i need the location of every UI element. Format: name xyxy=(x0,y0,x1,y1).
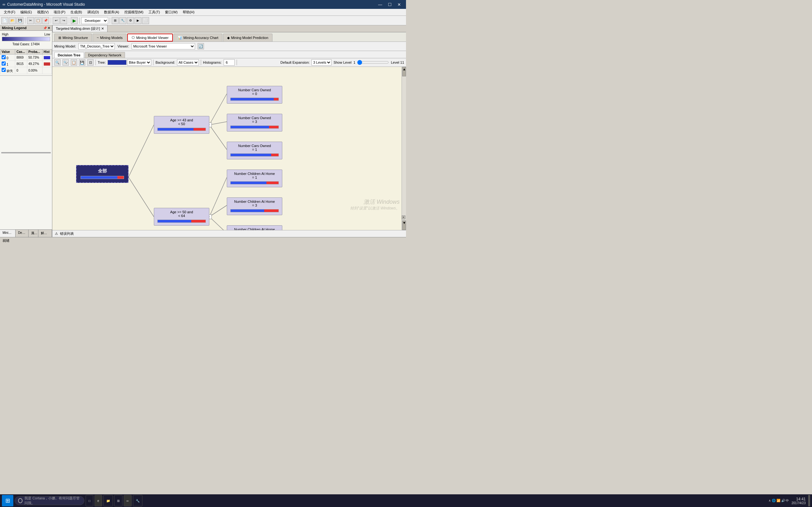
show-level-slider[interactable] xyxy=(357,60,389,65)
menu-tools[interactable]: 工具(T) xyxy=(146,9,162,15)
paste-button[interactable]: 📌 xyxy=(42,17,49,24)
rn1-l1: Number Cars Owned xyxy=(230,116,279,120)
menu-build[interactable]: 生成(B) xyxy=(68,9,85,15)
menu-bar: 文件(F) 编辑(E) 视图(V) 项目(P) 生成(B) 调试(D) 数据库(… xyxy=(0,9,406,16)
copy-button[interactable]: 📋 xyxy=(35,17,42,24)
splitter[interactable] xyxy=(1,152,51,153)
zoom-in-button[interactable]: 🔍 xyxy=(54,59,61,66)
legend-bottom xyxy=(0,75,52,152)
toolbar-btn5[interactable]: ⬜ xyxy=(142,17,149,24)
rn0-l1: Number Cars Owned xyxy=(230,88,279,92)
mining-model-select[interactable]: TM_Decision_Tree xyxy=(78,43,115,49)
menu-debug[interactable]: 调试(D) xyxy=(85,9,101,15)
tab-mining-models[interactable]: ~ Mining Models xyxy=(93,34,126,42)
menu-view[interactable]: 视图(V) xyxy=(35,9,51,15)
menu-database[interactable]: 数据库(A) xyxy=(101,9,122,15)
background-select[interactable]: All Cases xyxy=(177,59,199,66)
menu-mining[interactable]: 挖掘模型(M) xyxy=(122,9,146,15)
rowM-checkbox[interactable] xyxy=(2,68,6,72)
mid2-bar xyxy=(157,220,206,223)
mining-accuracy-icon: 📊 xyxy=(177,36,182,40)
new-project-button[interactable]: 📄 xyxy=(1,17,8,24)
subtab-dependency-network[interactable]: Dependency Network xyxy=(85,52,125,58)
zoom-out-button[interactable]: 🔍- xyxy=(62,59,69,66)
cut-button[interactable]: ✂ xyxy=(27,17,34,24)
window-title: CustomerDataMining - Microsoft Visual St… xyxy=(7,2,85,7)
tab-deploy[interactable]: Deplo... xyxy=(15,230,29,237)
tree-select[interactable]: Bike Buyer xyxy=(127,59,151,66)
toolbar-btn4[interactable]: ▶ xyxy=(135,17,142,24)
copy-image-button[interactable]: 📋 xyxy=(71,59,77,66)
viewer-select[interactable]: Microsoft Tree Viewer xyxy=(132,43,195,49)
fit-view-button[interactable]: ⊡ xyxy=(87,59,94,66)
rn2-l1: Number Cars Owned xyxy=(230,144,279,148)
menu-project[interactable]: 项目(P) xyxy=(51,9,68,15)
undo-button[interactable]: ↩ xyxy=(53,17,60,24)
toolbar-btn2[interactable]: 🔧 xyxy=(119,17,126,24)
rn3-l1: Number Children At Home xyxy=(230,172,279,176)
scrollbar-down-arrow[interactable]: ▼ xyxy=(402,221,406,230)
tab-mining-model-viewer[interactable]: ⬡ Mining Model Viewer xyxy=(127,34,173,42)
doc-tab-main[interactable]: Targeted Mailing.dmm [设计] ✕ xyxy=(52,25,107,32)
show-level-max: Level 11 xyxy=(391,60,404,64)
menu-help[interactable]: 帮助(H) xyxy=(180,9,197,15)
minimize-button[interactable]: — xyxy=(375,2,385,8)
right-node-5[interactable]: Number Children At Home = 0 xyxy=(227,225,282,230)
subtab-decision-tree[interactable]: Decision Tree xyxy=(54,52,84,58)
row0-checkbox[interactable] xyxy=(2,55,6,59)
configuration-dropdown[interactable]: Developer xyxy=(81,17,108,24)
doc-tabs: Targeted Mailing.dmm [设计] ✕ xyxy=(52,25,406,32)
menu-window[interactable]: 窗口(W) xyxy=(162,9,180,15)
redo-button[interactable]: ↪ xyxy=(60,17,67,24)
tab-mining-legend[interactable]: Mining L... xyxy=(0,230,15,237)
status-bar: 就绪 xyxy=(0,237,406,244)
toolbar-btn3[interactable]: ⚙ xyxy=(127,17,134,24)
toolbar-btn1[interactable]: ⊞ xyxy=(112,17,119,24)
expand-button[interactable]: + xyxy=(402,216,405,219)
mining-prediction-icon: ◆ xyxy=(227,36,230,40)
svg-line-1 xyxy=(129,177,154,217)
histograms-input[interactable] xyxy=(223,59,235,66)
right-node-4[interactable]: Number Children At Home = 3 xyxy=(227,198,282,215)
root-node[interactable]: 全部 xyxy=(76,165,129,183)
mining-legend-header: Mining Legend 📌 ✕ xyxy=(0,25,52,31)
col-value: Value xyxy=(0,49,15,55)
right-node-2[interactable]: Number Cars Owned = 1 xyxy=(227,142,282,159)
tab-solution[interactable]: 解决方... xyxy=(38,230,52,237)
tab-properties[interactable]: 属性 xyxy=(29,230,38,237)
svg-line-3 xyxy=(209,122,227,125)
legend-close-button[interactable]: ✕ xyxy=(48,26,50,30)
right-node-3[interactable]: Number Children At Home = 1 xyxy=(227,170,282,187)
mining-legend-title: Mining Legend xyxy=(2,26,27,30)
save-button[interactable]: 💾 xyxy=(16,17,23,24)
vertical-scrollbar[interactable]: ▲ ▼ + xyxy=(402,67,406,230)
watermark-line1: 激活 Windows xyxy=(350,198,400,206)
tab-mining-structure[interactable]: ⊞ Mining Structure xyxy=(54,34,92,42)
menu-file[interactable]: 文件(F) xyxy=(1,9,18,15)
row1-checkbox[interactable] xyxy=(2,61,6,66)
tab-mining-accuracy[interactable]: 📊 Mining Accuracy Chart xyxy=(173,34,222,42)
error-text[interactable]: 错误列表 xyxy=(60,231,74,236)
error-icon: ⚠ xyxy=(55,232,58,236)
right-node-1[interactable]: Number Cars Owned = 3 xyxy=(227,114,282,131)
mid2-label1: Age >= 50 and xyxy=(157,210,206,214)
maximize-button[interactable]: ☐ xyxy=(386,2,394,8)
mid-node-2[interactable]: Age >= 50 and < 64 xyxy=(154,208,209,226)
menu-edit[interactable]: 编辑(E) xyxy=(18,9,35,15)
refresh-button[interactable]: 🔄 xyxy=(198,43,204,49)
close-button[interactable]: ✕ xyxy=(395,2,403,8)
default-expansion-select[interactable]: 3 Levels xyxy=(311,59,332,66)
svg-line-2 xyxy=(209,94,227,125)
col-hist: Hist xyxy=(42,49,52,55)
legend-pin-button[interactable]: 📌 xyxy=(43,26,47,30)
save-image-button[interactable]: 💾 xyxy=(79,59,85,66)
legend-high-label: High xyxy=(2,33,9,36)
right-node-0[interactable]: Number Cars Owned = 0 xyxy=(227,86,282,104)
doc-tab-close[interactable]: ✕ xyxy=(101,26,104,31)
run-button[interactable]: ▶ xyxy=(71,17,78,24)
open-button[interactable]: 📂 xyxy=(9,17,16,24)
rn0-l2: = 0 xyxy=(230,92,279,96)
tab-mining-prediction[interactable]: ◆ Mining Model Prediction xyxy=(223,34,272,42)
scrollbar-up-arrow[interactable]: ▲ xyxy=(402,67,406,76)
mid-node-1[interactable]: Age >= 43 and < 50 xyxy=(154,116,209,134)
